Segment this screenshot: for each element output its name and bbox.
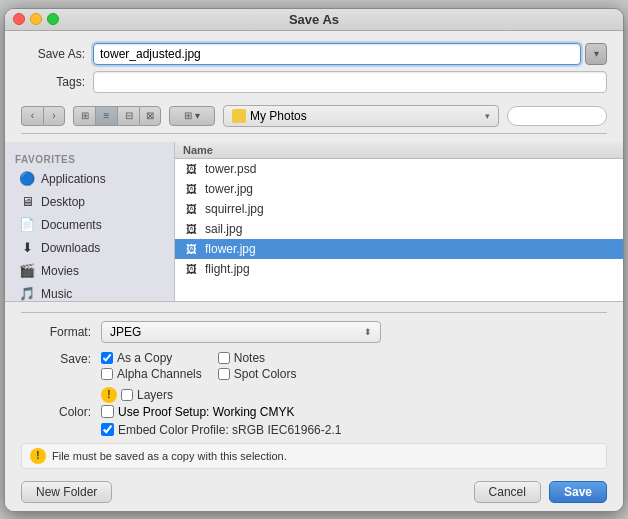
forward-icon: › xyxy=(52,110,55,121)
warning-text: File must be saved as a copy with this s… xyxy=(52,450,287,462)
save-button[interactable]: Save xyxy=(549,481,607,503)
location-dropdown[interactable]: My Photos ▾ xyxy=(223,105,499,127)
sidebar: FAVORITES 🔵 Applications 🖥 Desktop 📄 Doc… xyxy=(5,142,175,301)
sidebar-item-applications[interactable]: 🔵 Applications xyxy=(9,168,170,190)
file-name: flight.jpg xyxy=(205,262,250,276)
sidebar-item-movies[interactable]: 🎬 Movies xyxy=(9,260,170,282)
search-input[interactable] xyxy=(507,106,607,126)
close-button[interactable] xyxy=(13,13,25,25)
applications-icon: 🔵 xyxy=(19,171,35,187)
list-item[interactable]: 🖼 tower.jpg xyxy=(175,179,623,199)
view-cover-btn[interactable]: ⊠ xyxy=(139,106,161,126)
view-list-btn[interactable]: ≡ xyxy=(95,106,117,126)
option-layers: Layers xyxy=(121,388,173,402)
sidebar-item-desktop[interactable]: 🖥 Desktop xyxy=(9,191,170,213)
sidebar-item-label: Documents xyxy=(41,218,102,232)
list-item[interactable]: 🖼 squirrel.jpg xyxy=(175,199,623,219)
dropdown-chevron: ▾ xyxy=(485,111,490,121)
layers-checkbox[interactable] xyxy=(121,389,133,401)
list-icon: ≡ xyxy=(104,110,110,121)
file-name: squirrel.jpg xyxy=(205,202,264,216)
main-area: FAVORITES 🔵 Applications 🖥 Desktop 📄 Doc… xyxy=(5,142,623,302)
embed-checkbox[interactable] xyxy=(101,423,114,436)
layers-warning-row: ! Layers xyxy=(21,385,607,405)
sidebar-item-documents[interactable]: 📄 Documents xyxy=(9,214,170,236)
back-icon: ‹ xyxy=(31,110,34,121)
cover-icon: ⊠ xyxy=(146,110,154,121)
cancel-button[interactable]: Cancel xyxy=(474,481,541,503)
list-item-selected[interactable]: 🖼 flower.jpg xyxy=(175,239,623,259)
options-grid: As a Copy Notes Alpha Channels Spot Colo… xyxy=(101,351,318,381)
option-spot-colors: Spot Colors xyxy=(218,367,319,381)
format-label: Format: xyxy=(21,325,101,339)
color-options: Use Proof Setup: Working CMYK xyxy=(101,405,295,419)
file-icon: 🖼 xyxy=(183,241,199,257)
bottom-panel: Format: JPEG ⬍ Save: As a Copy Notes xyxy=(5,302,623,511)
format-select[interactable]: JPEG ⬍ xyxy=(101,321,381,343)
new-folder-button[interactable]: New Folder xyxy=(21,481,112,503)
arrange-button[interactable]: ⊞ ▾ xyxy=(169,106,215,126)
filename-input[interactable] xyxy=(93,43,581,65)
list-item[interactable]: 🖼 flight.jpg xyxy=(175,259,623,279)
embed-label: Embed Color Profile: sRGB IEC61966-2.1 xyxy=(101,423,341,437)
save-as-row: Save As: ▾ xyxy=(21,43,607,65)
nav-buttons: ‹ › xyxy=(21,106,65,126)
alpha-channels-checkbox[interactable] xyxy=(101,368,113,380)
use-proof-checkbox[interactable] xyxy=(101,405,114,418)
use-proof-label: Use Proof Setup: Working CMYK xyxy=(118,405,295,419)
action-buttons: Cancel Save xyxy=(474,481,607,503)
embed-row: Embed Color Profile: sRGB IEC61966-2.1 xyxy=(21,423,607,437)
file-name: tower.jpg xyxy=(205,182,253,196)
dialog-body: Save As: ▾ Tags: ‹ › ⊞ xyxy=(5,31,623,142)
alpha-channels-label: Alpha Channels xyxy=(117,367,202,381)
color-row: Color: Use Proof Setup: Working CMYK xyxy=(21,405,607,419)
view-buttons: ⊞ ≡ ⊟ ⊠ xyxy=(73,106,161,126)
bottom-buttons: New Folder Cancel Save xyxy=(21,477,607,503)
file-list-header: Name xyxy=(175,142,623,159)
option-notes: Notes xyxy=(218,351,319,365)
as-copy-checkbox[interactable] xyxy=(101,352,113,364)
warning-icon: ! xyxy=(101,387,117,403)
file-list: Name 🖼 tower.psd 🖼 tower.jpg 🖼 squirrel.… xyxy=(175,142,623,301)
sidebar-item-downloads[interactable]: ⬇ Downloads xyxy=(9,237,170,259)
file-name: sail.jpg xyxy=(205,222,242,236)
save-options: Save: As a Copy Notes Alpha Channels Spo… xyxy=(21,351,607,381)
format-value: JPEG xyxy=(110,325,141,339)
sidebar-item-label: Downloads xyxy=(41,241,100,255)
color-label: Color: xyxy=(21,405,101,419)
sidebar-item-label: Desktop xyxy=(41,195,85,209)
format-row: Format: JPEG ⬍ xyxy=(21,321,607,343)
grid-icon: ⊞ xyxy=(81,110,89,121)
column-icon: ⊟ xyxy=(125,110,133,121)
file-icon: 🖼 xyxy=(183,201,199,217)
option-alpha-channels: Alpha Channels xyxy=(101,367,202,381)
folder-icon xyxy=(232,109,246,123)
sidebar-item-music[interactable]: 🎵 Music xyxy=(9,283,170,301)
movies-icon: 🎬 xyxy=(19,263,35,279)
tags-input[interactable] xyxy=(93,71,607,93)
zoom-button[interactable] xyxy=(47,13,59,25)
layers-label: Layers xyxy=(137,388,173,402)
list-item[interactable]: 🖼 tower.psd xyxy=(175,159,623,179)
view-icon-btn[interactable]: ⊞ xyxy=(73,106,95,126)
save-as-label: Save As: xyxy=(21,47,93,61)
dialog-title: Save As xyxy=(289,12,339,27)
file-icon: 🖼 xyxy=(183,261,199,277)
documents-icon: 📄 xyxy=(19,217,35,233)
notes-label: Notes xyxy=(234,351,265,365)
spot-colors-checkbox[interactable] xyxy=(218,368,230,380)
expand-icon: ▾ xyxy=(594,48,599,59)
toolbar: ‹ › ⊞ ≡ ⊟ ⊠ ⊞ xyxy=(21,101,607,134)
minimize-button[interactable] xyxy=(30,13,42,25)
file-name: flower.jpg xyxy=(205,242,256,256)
back-button[interactable]: ‹ xyxy=(21,106,43,126)
sidebar-item-label: Music xyxy=(41,287,72,301)
embed-text: Embed Color Profile: sRGB IEC61966-2.1 xyxy=(118,423,341,437)
notes-checkbox[interactable] xyxy=(218,352,230,364)
spot-colors-label: Spot Colors xyxy=(234,367,297,381)
expand-button[interactable]: ▾ xyxy=(585,43,607,65)
forward-button[interactable]: › xyxy=(43,106,65,126)
view-column-btn[interactable]: ⊟ xyxy=(117,106,139,126)
file-icon: 🖼 xyxy=(183,221,199,237)
list-item[interactable]: 🖼 sail.jpg xyxy=(175,219,623,239)
